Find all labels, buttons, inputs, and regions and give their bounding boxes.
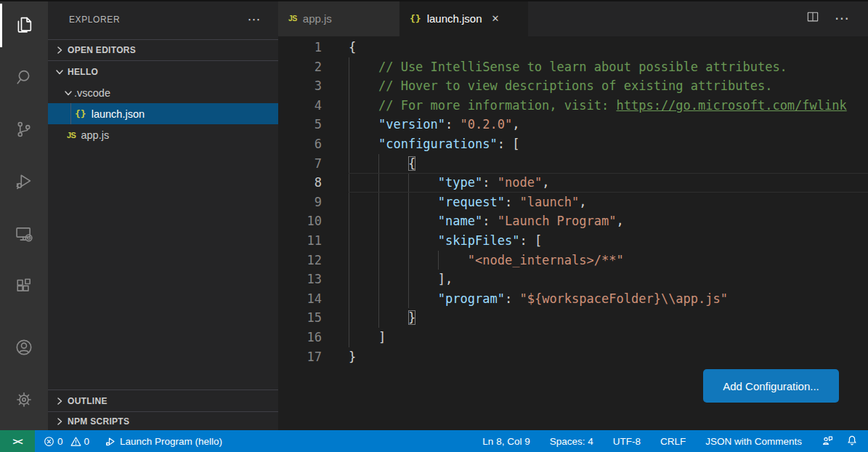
code-line[interactable]: 4 // For more information, visit: https:… bbox=[278, 96, 868, 116]
editor-group: JSapp.js{}launch.json✕ ⋯ 1{2 // Use Inte… bbox=[278, 0, 868, 430]
code-line[interactable]: 6 "configurations": [ bbox=[278, 134, 868, 154]
token: : bbox=[445, 117, 460, 132]
code-line[interactable]: 8 "type": "node", bbox=[278, 173, 868, 193]
editor-actions: ⋯ bbox=[806, 0, 868, 36]
search-icon bbox=[14, 67, 34, 90]
code-line[interactable]: 15 } bbox=[278, 308, 868, 328]
line-content: } bbox=[349, 347, 868, 367]
code-line[interactable]: 12 "<node_internals>/**" bbox=[278, 251, 868, 270]
code-line[interactable]: 14 "program": "${workspaceFolder}\\app.j… bbox=[278, 289, 868, 309]
section-hello[interactable]: HELLO bbox=[48, 61, 278, 82]
cursor-position[interactable]: Ln 8, Col 9 bbox=[482, 436, 530, 447]
status-right-icons bbox=[822, 435, 858, 448]
section-outline[interactable]: OUTLINE bbox=[48, 390, 278, 411]
extensions-button[interactable] bbox=[0, 262, 48, 314]
manage-button[interactable] bbox=[0, 375, 48, 427]
token bbox=[349, 214, 438, 228]
line-number: 14 bbox=[278, 289, 322, 309]
token: "name" bbox=[438, 214, 482, 228]
tree-item-launch.json[interactable]: {}launch.json bbox=[48, 103, 278, 124]
tree-item-app.js[interactable]: JSapp.js bbox=[48, 124, 278, 145]
section-label: OUTLINE bbox=[68, 396, 108, 406]
activity-bar-bottom bbox=[0, 323, 48, 427]
js-file-icon: JS bbox=[67, 131, 76, 140]
code-line[interactable]: 3 // Hover to view descriptions of exist… bbox=[278, 76, 868, 96]
token: { bbox=[408, 156, 415, 171]
token: , bbox=[617, 214, 624, 228]
code-line[interactable]: 7 { bbox=[278, 154, 868, 174]
token: : [ bbox=[519, 233, 542, 248]
section-open-editors[interactable]: OPEN EDITORS bbox=[48, 40, 278, 60]
tree-item-.vscode[interactable]: .vscode bbox=[48, 82, 278, 103]
bell-icon[interactable] bbox=[846, 435, 858, 448]
close-icon[interactable]: ✕ bbox=[492, 13, 500, 24]
token: "skipFiles" bbox=[438, 233, 520, 248]
token: // Hover to view descriptions of existin… bbox=[349, 78, 772, 93]
code-line[interactable]: 17} bbox=[278, 347, 868, 367]
line-number: 3 bbox=[278, 76, 322, 96]
section-npm-scripts[interactable]: NPM SCRIPTS bbox=[48, 412, 278, 430]
tab-launch.json[interactable]: {}launch.json✕ bbox=[399, 0, 528, 36]
code-line[interactable]: 9 "request": "launch", bbox=[278, 193, 868, 212]
file-label: app.js bbox=[81, 129, 109, 141]
sidebar-sections-bottom: OUTLINENPM SCRIPTS bbox=[48, 390, 278, 430]
line-content: } bbox=[349, 308, 868, 328]
token: : [ bbox=[498, 137, 520, 151]
code-line[interactable]: 2 // Use IntelliSense to learn about pos… bbox=[278, 57, 868, 77]
explorer-sidebar: EXPLORER ⋯ OPEN EDITORS HELLO .vscode{}l… bbox=[48, 0, 278, 430]
split-editor-icon[interactable] bbox=[806, 9, 820, 27]
tab-label: app.js bbox=[303, 12, 332, 25]
source-control-button[interactable] bbox=[0, 105, 48, 157]
line-content: { bbox=[349, 38, 868, 57]
sidebar-header: EXPLORER ⋯ bbox=[48, 0, 278, 39]
language-mode[interactable]: JSON with Comments bbox=[705, 436, 802, 447]
token: "${workspaceFolder}\\app.js" bbox=[519, 291, 728, 306]
line-content: "skipFiles": [ bbox=[349, 231, 868, 251]
vscode-window: { "colors": { "status_bar": "#007acc", "… bbox=[0, 0, 868, 452]
accounts-button[interactable] bbox=[0, 323, 48, 375]
debug-launch-status[interactable]: Launch Program (hello) bbox=[105, 436, 222, 447]
code-line[interactable]: 13 ], bbox=[278, 270, 868, 289]
add-configuration-button[interactable]: Add Configuration... bbox=[703, 369, 839, 403]
token: "configurations" bbox=[378, 137, 498, 151]
token: "node" bbox=[498, 175, 542, 190]
search-button[interactable] bbox=[0, 52, 48, 105]
run-and-debug-button[interactable] bbox=[0, 157, 48, 209]
chevron-down-icon bbox=[62, 87, 74, 99]
section-label: HELLO bbox=[68, 67, 98, 77]
line-content: "<node_internals>/**" bbox=[349, 251, 868, 270]
code-line[interactable]: 1{ bbox=[278, 38, 868, 57]
encoding[interactable]: UTF-8 bbox=[613, 436, 641, 447]
warning-icon bbox=[70, 436, 81, 447]
code-line[interactable]: 10 "name": "Launch Program", bbox=[278, 211, 868, 231]
code-line[interactable]: 11 "skipFiles": [ bbox=[278, 231, 868, 251]
line-number: 9 bbox=[278, 193, 322, 212]
line-content: // For more information, visit: https://… bbox=[349, 96, 868, 116]
line-number: 1 bbox=[278, 38, 322, 57]
token bbox=[349, 156, 408, 171]
feedback-icon[interactable] bbox=[822, 435, 833, 448]
activity-bar bbox=[0, 0, 48, 430]
remote-explorer-icon bbox=[14, 224, 34, 247]
remote-explorer-button[interactable] bbox=[0, 209, 48, 262]
source-control-icon bbox=[14, 119, 34, 142]
tab-app.js[interactable]: JSapp.js bbox=[278, 0, 399, 36]
code-line[interactable]: 5 "version": "0.2.0", bbox=[278, 115, 868, 134]
problems-status[interactable]: 0 0 bbox=[44, 436, 94, 447]
token: "Launch Program" bbox=[498, 214, 617, 228]
eol[interactable]: CRLF bbox=[660, 436, 686, 447]
section-label: OPEN EDITORS bbox=[68, 45, 136, 55]
remote-indicator[interactable]: >< bbox=[0, 430, 35, 452]
more-actions-icon[interactable]: ⋯ bbox=[835, 15, 849, 22]
line-content: { bbox=[349, 154, 868, 174]
token: "version" bbox=[378, 117, 445, 132]
explorer-button[interactable] bbox=[0, 0, 48, 52]
line-number: 8 bbox=[278, 173, 322, 193]
indentation[interactable]: Spaces: 4 bbox=[550, 436, 593, 447]
token: ] bbox=[349, 330, 386, 344]
chevron-right-icon bbox=[54, 395, 65, 407]
token bbox=[349, 291, 438, 306]
sidebar-more-actions-icon[interactable]: ⋯ bbox=[247, 16, 261, 23]
error-count: 0 bbox=[57, 436, 63, 447]
code-line[interactable]: 16 ] bbox=[278, 328, 868, 347]
